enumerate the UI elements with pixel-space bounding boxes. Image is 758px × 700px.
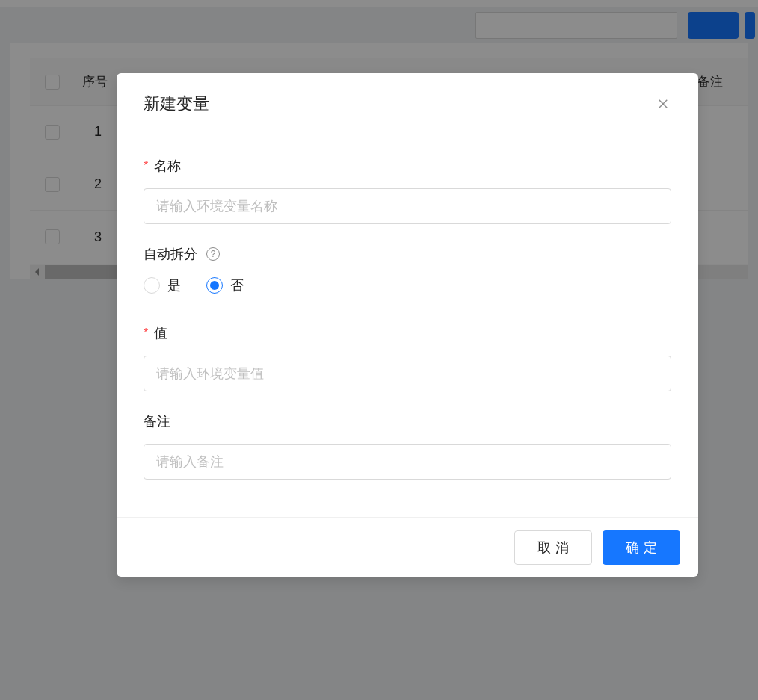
cancel-button[interactable]: 取消	[514, 530, 592, 565]
confirm-button[interactable]: 确定	[603, 530, 680, 565]
value-label-text: 值	[154, 324, 167, 342]
name-label-text: 名称	[154, 157, 181, 175]
radio-circle-icon	[144, 277, 160, 294]
radio-yes[interactable]: 是	[144, 276, 181, 294]
radio-no[interactable]: 否	[206, 276, 244, 294]
required-star-icon: *	[144, 326, 148, 340]
modal-overlay[interactable]: 新建变量 * 名称 自动拆分 ?	[0, 0, 758, 700]
close-icon[interactable]	[655, 96, 671, 112]
remark-label: 备注	[144, 412, 671, 430]
radio-dot-icon	[210, 281, 219, 290]
create-variable-modal: 新建变量 * 名称 自动拆分 ?	[117, 73, 698, 577]
radio-no-label: 否	[230, 276, 244, 294]
modal-header: 新建变量	[117, 73, 698, 134]
auto-split-label-text: 自动拆分	[144, 245, 197, 263]
modal-title: 新建变量	[144, 93, 209, 115]
form-item-name: * 名称	[144, 157, 671, 224]
required-star-icon: *	[144, 159, 148, 173]
form-item-remark: 备注	[144, 412, 671, 480]
modal-footer: 取消 确定	[117, 517, 698, 577]
radio-yes-label: 是	[167, 276, 181, 294]
form-item-value: * 值	[144, 324, 671, 391]
help-icon[interactable]: ?	[206, 247, 220, 261]
modal-body: * 名称 自动拆分 ? 是	[117, 134, 698, 517]
auto-split-radio-group: 是 否	[144, 276, 671, 294]
radio-circle-checked-icon	[206, 277, 223, 294]
remark-input[interactable]	[144, 444, 671, 480]
name-label: * 名称	[144, 157, 671, 175]
value-input[interactable]	[144, 356, 671, 391]
form-item-auto-split: 自动拆分 ? 是 否	[144, 245, 671, 294]
value-label: * 值	[144, 324, 671, 342]
name-input[interactable]	[144, 188, 671, 224]
remark-label-text: 备注	[144, 412, 170, 430]
auto-split-label: 自动拆分 ?	[144, 245, 671, 263]
